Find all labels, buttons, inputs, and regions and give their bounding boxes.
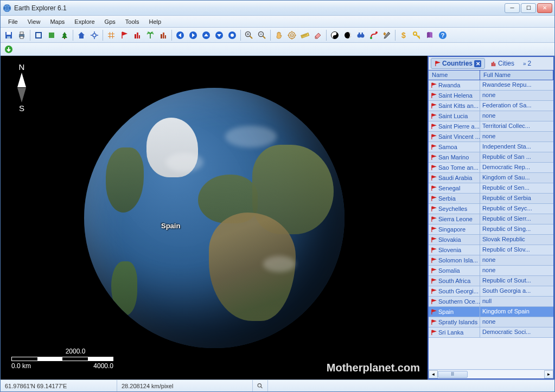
- maximize-button[interactable]: ☐: [521, 3, 536, 13]
- home-icon[interactable]: [75, 29, 87, 41]
- panel-tab-cities[interactable]: Cities: [487, 59, 518, 68]
- globe: [84, 88, 345, 348]
- menu-tools[interactable]: Tools: [121, 17, 144, 27]
- flag-icon: [431, 319, 437, 325]
- country-row[interactable]: Southern Oce...null: [429, 297, 553, 307]
- country-row[interactable]: Sierra LeoneRepublic of Sierr...: [429, 214, 553, 224]
- scroll-track[interactable]: Ⅲ: [438, 370, 544, 378]
- country-row[interactable]: Somalianone: [429, 266, 553, 276]
- column-header-name[interactable]: Name: [429, 70, 480, 80]
- country-row[interactable]: SenegalRepublic of Sen...: [429, 183, 553, 194]
- status-coordinates: 61.97861'N 69.14177'E: [1, 380, 117, 391]
- menu-gps[interactable]: Gps: [100, 17, 120, 27]
- country-row[interactable]: Solomon Isla...none: [429, 255, 553, 266]
- panel-tab-2[interactable]: »2: [520, 59, 534, 68]
- city-red-icon[interactable]: [131, 29, 143, 41]
- flag-icon: [431, 299, 437, 305]
- binoculars-icon[interactable]: [355, 29, 367, 41]
- tab-close-button[interactable]: ✕: [474, 60, 481, 67]
- minimize-button[interactable]: ─: [505, 3, 520, 13]
- country-row[interactable]: Saudi ArabiaKingdom of Sau...: [429, 173, 553, 183]
- panel-tab-countries[interactable]: Countries✕: [431, 58, 485, 69]
- zoom-out-icon[interactable]: [256, 29, 268, 41]
- country-row[interactable]: SlovakiaSlovak Republic: [429, 235, 553, 245]
- country-row[interactable]: Saint Vincent ...none: [429, 132, 553, 142]
- scroll-right-button[interactable]: ►: [544, 370, 553, 378]
- nav-left-icon[interactable]: [174, 29, 186, 41]
- ruler-icon[interactable]: [299, 29, 311, 41]
- flag-red-icon[interactable]: [118, 29, 130, 41]
- country-row[interactable]: SamoaIndependent Sta...: [429, 142, 553, 152]
- country-row[interactable]: SloveniaRepublic of Slov...: [429, 245, 553, 255]
- status-zoom-icon[interactable]: [253, 380, 268, 391]
- country-row[interactable]: Saint Helenanone: [429, 91, 553, 101]
- close-button[interactable]: ✕: [537, 3, 552, 13]
- route-icon[interactable]: [368, 29, 380, 41]
- country-row[interactable]: San MarinoRepublic of San ...: [429, 152, 553, 163]
- country-row[interactable]: RwandaRwandese Repu...: [429, 80, 553, 91]
- column-header-fullname[interactable]: Full Name: [480, 70, 553, 80]
- save-icon[interactable]: [3, 29, 15, 41]
- nav-up-icon[interactable]: [200, 29, 212, 41]
- locate-icon[interactable]: [88, 29, 100, 41]
- book-icon[interactable]: [424, 29, 436, 41]
- nav-down-icon[interactable]: [213, 29, 225, 41]
- tree-icon[interactable]: [59, 29, 71, 41]
- country-row[interactable]: Spratly Islandsnone: [429, 317, 553, 327]
- nav-right-icon[interactable]: [187, 29, 199, 41]
- country-row[interactable]: SpainKingdom of Spain: [429, 307, 553, 317]
- menu-maps[interactable]: Maps: [46, 17, 69, 27]
- menu-explore[interactable]: Explore: [70, 17, 99, 27]
- svg-rect-2: [7, 32, 11, 35]
- country-row[interactable]: Sao Tome an...Democratic Rep...: [429, 163, 553, 173]
- map-viewport[interactable]: Spain N S 2000.0 0.0 km 4000.0 Motherpla…: [1, 56, 428, 380]
- watermark: Motherplanet.com: [327, 362, 420, 374]
- yinyang-icon[interactable]: [329, 29, 341, 41]
- panel-column-headers: Name Full Name: [429, 70, 553, 80]
- country-row[interactable]: Saint Kitts an...Federation of Sa...: [429, 101, 553, 111]
- target-icon[interactable]: [286, 29, 298, 41]
- help-icon[interactable]: ?: [437, 29, 449, 41]
- download-icon[interactable]: [3, 43, 15, 55]
- layer-icon[interactable]: [46, 29, 58, 41]
- grid-icon[interactable]: [105, 29, 117, 41]
- moon-icon[interactable]: [342, 29, 354, 41]
- flag-icon: [431, 144, 437, 150]
- country-row[interactable]: South AfricaRepublic of Sout...: [429, 276, 553, 286]
- country-row[interactable]: SerbiaRepublic of Serbia: [429, 194, 553, 204]
- country-row[interactable]: Saint Lucianone: [429, 111, 553, 121]
- zoom-in-icon[interactable]: [243, 29, 255, 41]
- svg-line-24: [250, 36, 253, 38]
- svg-rect-9: [64, 38, 65, 39]
- country-row[interactable]: Saint Pierre a...Territorial Collec...: [429, 121, 553, 132]
- menu-file[interactable]: File: [4, 17, 22, 27]
- country-name-cell: Rwanda: [429, 80, 480, 90]
- country-list[interactable]: RwandaRwandese Repu...Saint HelenanoneSa…: [429, 80, 553, 369]
- palm-icon[interactable]: [144, 29, 156, 41]
- country-row[interactable]: Sri LankaDemocratic Soci...: [429, 327, 553, 338]
- country-row[interactable]: South Georgi...South Georgia a...: [429, 286, 553, 297]
- country-name-cell: Sri Lanka: [429, 327, 480, 337]
- side-panel: Countries✕Cities»2 Name Full Name Rwanda…: [428, 56, 554, 380]
- menu-view[interactable]: View: [23, 17, 45, 27]
- fullscreen-icon[interactable]: [33, 29, 44, 41]
- city-icon[interactable]: [157, 29, 169, 41]
- tools-icon[interactable]: [381, 29, 393, 41]
- hand-icon[interactable]: [273, 29, 285, 41]
- svg-point-40: [375, 31, 378, 34]
- horizontal-scrollbar[interactable]: ◄ Ⅲ ►: [429, 369, 553, 378]
- flag-icon: [431, 216, 437, 222]
- country-name-cell: Senegal: [429, 183, 480, 193]
- key-icon[interactable]: [411, 29, 423, 41]
- country-name-cell: Spain: [429, 307, 480, 317]
- country-row[interactable]: SingaporeRepublic of Sing...: [429, 224, 553, 235]
- eraser-icon[interactable]: [312, 29, 324, 41]
- dollar-icon[interactable]: $: [398, 29, 410, 41]
- svg-rect-5: [20, 32, 23, 34]
- print-icon[interactable]: [16, 29, 28, 41]
- scroll-thumb[interactable]: Ⅲ: [438, 371, 468, 378]
- nav-center-icon[interactable]: [226, 29, 238, 41]
- menu-help[interactable]: Help: [144, 17, 165, 27]
- country-row[interactable]: SeychellesRepublic of Seyc...: [429, 204, 553, 214]
- scroll-left-button[interactable]: ◄: [429, 370, 438, 378]
